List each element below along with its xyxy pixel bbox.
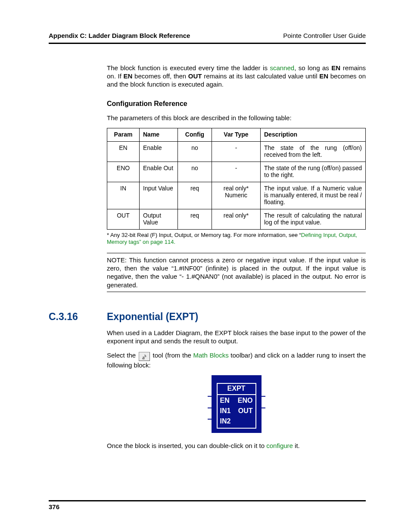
pin-en: [208, 396, 212, 397]
pin-in1: [208, 408, 212, 408]
page-number: 376: [49, 503, 366, 510]
cell-name: Output Value: [140, 209, 178, 229]
cell-desc: The input value. If a Numeric value is m…: [261, 182, 366, 209]
expt-block-figure: EXPT EN ENO IN1 OUT IN2: [212, 375, 262, 433]
cell-desc: The state of the rung (off/on) passed to…: [261, 162, 366, 182]
footer-rule: [49, 500, 366, 501]
tool-icon-sup: b: [145, 354, 146, 358]
cell-desc: The state of the rung (off/on) received …: [261, 141, 366, 162]
header-rule: [49, 43, 366, 44]
col-name: Name: [140, 128, 178, 141]
header-left: Appendix C: Ladder Diagram Block Referen…: [49, 32, 190, 39]
text-out: OUT: [188, 72, 202, 80]
section-configure: Once the block is inserted, you can doub…: [107, 442, 366, 450]
expt-tool-icon: ab: [139, 352, 150, 361]
text: , so long as: [294, 64, 331, 72]
col-vartype: Var Type: [212, 128, 261, 141]
cell-name: Input Value: [140, 182, 178, 209]
header-right: Pointe Controller User Guide: [283, 32, 366, 39]
section-intro: When used in a Ladder Diagram, the EXPT …: [107, 329, 366, 345]
col-description: Description: [261, 128, 366, 141]
text: The block function is executed every tim…: [107, 64, 270, 72]
cell-vartype: real only*: [212, 209, 261, 229]
cell-vartype: -: [212, 162, 261, 182]
cell-config: no: [178, 141, 212, 162]
cell-desc: The result of calculating the natural lo…: [261, 209, 366, 229]
cell-config: req: [178, 209, 212, 229]
text: becomes off, then: [132, 72, 188, 80]
table-row: IN Input Value req real only* Numeric Th…: [107, 182, 366, 209]
table-row: EN Enable no - The state of the rung (of…: [107, 141, 366, 162]
cell-param: ENO: [107, 162, 140, 182]
table-header-row: Param Name Config Var Type Description: [107, 128, 366, 141]
config-reference-heading: Configuration Reference: [107, 100, 366, 108]
text: it.: [293, 442, 300, 449]
note-text: NOTE: This function cannot process a zer…: [107, 253, 366, 292]
link-configure[interactable]: configure: [266, 442, 293, 449]
text-en: EN: [319, 72, 328, 80]
cell-config: no: [178, 162, 212, 182]
block-out: OUT: [237, 407, 253, 415]
table-row: ENO Enable Out no - The state of the run…: [107, 162, 366, 182]
link-scanned[interactable]: scanned: [270, 64, 294, 72]
block-in2: IN2: [220, 417, 237, 425]
section-number: C.3.16: [49, 311, 107, 323]
table-row: OUT Output Value req real only* The resu…: [107, 209, 366, 229]
text: Once the block is inserted, you can doub…: [107, 442, 266, 449]
col-config: Config: [178, 128, 212, 141]
block-empty: [237, 417, 253, 425]
text: Select the: [107, 352, 138, 359]
text: * Any 32-bit Real (F) Input, Output, or …: [107, 232, 301, 238]
intro-paragraph: The block function is executed every tim…: [107, 64, 366, 89]
cell-name: Enable: [140, 141, 178, 162]
text: ” on page 114.: [139, 239, 175, 245]
table-footnote: * Any 32-bit Real (F) Input, Output, or …: [107, 232, 366, 246]
block-eno: ENO: [237, 397, 253, 404]
note-rule-bottom: [107, 292, 366, 292]
text: remains at its last calculated value unt…: [202, 72, 320, 80]
section-title: Exponential (EXPT): [107, 311, 198, 323]
cell-param: IN: [107, 182, 140, 209]
cell-param: EN: [107, 141, 140, 162]
pin-in2: [208, 419, 212, 420]
pin-out: [261, 408, 265, 408]
text-en: EN: [124, 72, 133, 80]
params-table: Param Name Config Var Type Description E…: [107, 128, 366, 230]
text-en: EN: [331, 64, 340, 72]
config-reference-lead: The parameters of this block are describ…: [107, 114, 366, 122]
cell-vartype: real only* Numeric: [212, 182, 261, 209]
text: tool (from the: [151, 352, 193, 359]
block-title: EXPT: [218, 384, 255, 394]
section-select-tool: Select the ab tool (from the Math Blocks…: [107, 351, 366, 369]
col-param: Param: [107, 128, 140, 141]
cell-name: Enable Out: [140, 162, 178, 182]
link-math-blocks[interactable]: Math Blocks: [193, 352, 228, 359]
block-in1: IN1: [220, 407, 237, 415]
cell-vartype: -: [212, 141, 261, 162]
cell-config: req: [178, 182, 212, 209]
pin-eno: [261, 396, 265, 397]
cell-param: OUT: [107, 209, 140, 229]
block-en: EN: [220, 397, 237, 404]
